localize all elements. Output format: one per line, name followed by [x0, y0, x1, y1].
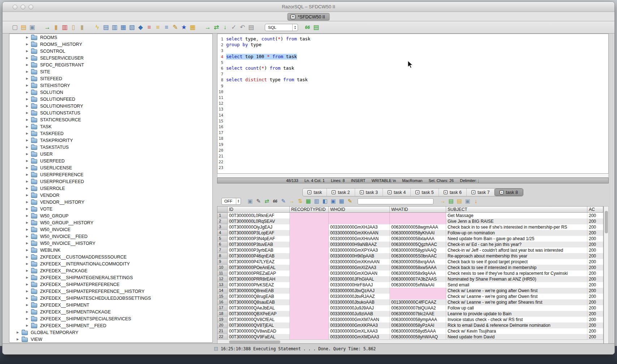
cell-whoid[interactable]: [329, 218, 390, 224]
table-row[interactable]: 600T3000000P3tuvEAB0033000000H9aNBAAZ006…: [217, 242, 603, 247]
tab-close-icon[interactable]: ×: [500, 190, 504, 194]
cell-ac[interactable]: 200: [587, 282, 603, 288]
tree-item-taskfeed[interactable]: ▶TASKFEED: [9, 130, 212, 137]
cell-id[interactable]: 00T3000000POeAnEAL: [228, 265, 290, 270]
glasses-icon[interactable]: 66: [271, 198, 279, 205]
find-next-icon[interactable]: →: [439, 198, 447, 205]
grid-vertical-scrollbar[interactable]: [604, 206, 609, 344]
tree-item-task[interactable]: ▶TASK: [9, 123, 212, 130]
tree-item-solutionhistory[interactable]: ▶SOLUTIONHISTORY: [9, 103, 212, 109]
tree-item-solutionfeed[interactable]: ▶SOLUTIONFEED: [9, 96, 212, 103]
cell-id[interactable]: 00T3000000P3LopEAF: [228, 230, 290, 236]
expand-arrow-icon[interactable]: ▶: [25, 235, 29, 238]
cell-whoid[interactable]: 0033000000H9aNBAAZ: [329, 242, 390, 247]
cell-id[interactable]: 00T3000000P46qnEAB: [228, 253, 290, 259]
cell-ac[interactable]: 200: [587, 230, 603, 236]
cell-whatid[interactable]: 006300000058yhWAAQ: [390, 334, 446, 340]
tab-close-icon[interactable]: ×: [388, 190, 392, 194]
tree-item-userpreference[interactable]: ▶USERPREFERENCE: [9, 171, 212, 178]
cell-ac[interactable]: 200: [587, 218, 603, 224]
check-syntax-icon[interactable]: ✓: [229, 23, 238, 31]
tree-item-zkfedex__shipmatepreference[interactable]: ▶ZKFEDEX__SHIPMATEPREFERENCE: [9, 281, 212, 288]
cell-recordtypeid[interactable]: [290, 311, 329, 317]
cell-ac[interactable]: 200: [587, 242, 603, 247]
execute-arrow-icon[interactable]: →: [203, 23, 212, 31]
cell-whatid[interactable]: 006300000058ypVAAQ: [390, 247, 446, 253]
cell-recordtypeid[interactable]: [290, 305, 329, 311]
tab-close-icon[interactable]: ×: [415, 190, 419, 194]
table-row[interactable]: 1600T3000000Q8sauEAB0033000000JbukoAAB00…: [217, 299, 603, 305]
cell-recordtypeid[interactable]: [290, 270, 329, 276]
database-icon[interactable]: ▮: [78, 23, 86, 31]
sql-editor[interactable]: 1select type, count(*) from task2group b…: [217, 34, 609, 174]
expand-arrow-icon[interactable]: ▶: [25, 200, 29, 204]
tab-close-icon[interactable]: ×: [444, 190, 448, 194]
cell-whatid[interactable]: 00630000005xfWaAAI: [390, 282, 446, 288]
expand-arrow-icon[interactable]: ▶: [25, 98, 29, 101]
cell-whatid[interactable]: 00630000007blQUAA2: [390, 305, 446, 311]
document-tab-sfdcw50[interactable]: × *SFDCW50 II: [287, 13, 329, 21]
new-document-icon[interactable]: ▢: [10, 23, 19, 31]
cell-whoid[interactable]: 0033000000GmXLXAA3: [329, 328, 390, 334]
column-header-whoid[interactable]: WHOID: [329, 207, 390, 212]
cell-ac[interactable]: 200: [587, 259, 603, 265]
tree-item-userrole[interactable]: ▶USERROLE: [9, 185, 212, 192]
expand-arrow-icon[interactable]: ▶: [25, 77, 29, 80]
editor-line-23[interactable]: 23: [217, 165, 608, 170]
copy-rows-icon[interactable]: ▣: [329, 198, 337, 205]
tree-item-solutionstatus[interactable]: ▶SOLUTIONSTATUS: [9, 109, 212, 116]
results-tab-task-2[interactable]: ×task 2: [327, 188, 355, 196]
tree-item-global-temporary[interactable]: ▶GLOBAL TEMPORARY: [9, 329, 212, 336]
cell-id[interactable]: 00T3000000QBXPeEAP: [228, 311, 290, 317]
cell-subject[interactable]: Give Jenn a BIG RAISE: [446, 218, 587, 224]
cell-whoid[interactable]: 0033000000GmXKPAA3: [329, 322, 390, 328]
cell-id[interactable]: 00T3000000Q8rugEAB: [228, 294, 290, 299]
editor-line-22[interactable]: 22: [217, 159, 608, 165]
execute-all-icon[interactable]: ⇄: [212, 23, 221, 31]
tree-item-rooms[interactable]: ▶ROOMS: [9, 34, 212, 41]
cell-whoid[interactable]: 0033000000Ju9zlAAB: [329, 311, 390, 317]
tree-item-zkfedex__shipmategeneralsettings[interactable]: ▶ZKFEDEX__SHIPMATEGENERALSETTINGS: [9, 274, 212, 281]
refresh-results-icon[interactable]: ⇄: [263, 198, 271, 205]
limit-stepper-icon[interactable]: ▲▼: [236, 198, 241, 204]
cell-ac[interactable]: 200: [587, 224, 603, 230]
cell-subject[interactable]: Need update from David: [446, 334, 587, 340]
cell-whoid[interactable]: 0033000000GmXIZAA3: [329, 265, 390, 270]
expand-arrow-icon[interactable]: ▶: [25, 324, 29, 327]
expand-arrow-icon[interactable]: ▶: [25, 228, 29, 231]
tree-item-zkfedex__shipmentpackage[interactable]: ▶ZKFEDEX__SHIPMENTPACKAGE: [9, 308, 212, 315]
cell-subject[interactable]: Check back in to see if she's interested…: [446, 224, 587, 230]
expand-arrow-icon[interactable]: ▶: [25, 104, 29, 108]
cell-id[interactable]: 00T3000000OiyJgEAJ: [228, 224, 290, 230]
cell-id[interactable]: 00T3000000P3N4pEAF: [228, 236, 290, 242]
tree-item-taskpriority[interactable]: ▶TASKPRIORITY: [9, 137, 212, 144]
cell-recordtypeid[interactable]: [290, 218, 329, 224]
editor-line-11[interactable]: 11: [217, 95, 608, 100]
cell-subject[interactable]: Check-in w/ Ed - can he join this year?: [446, 242, 587, 247]
editor-line-15[interactable]: 15: [217, 118, 608, 124]
tree-item-selfserviceuser[interactable]: ▶SELFSERVICEUSER: [9, 55, 212, 61]
editor-line-16[interactable]: 16: [217, 124, 608, 130]
tree-item-zkfedex__customaddresssource[interactable]: ▶ZKFEDEX__CUSTOMADDRESSSOURCE: [9, 254, 212, 260]
results-tab-task-6[interactable]: ×task 6: [439, 188, 467, 196]
table-row[interactable]: 1500T3000000Q8rugEAB0033000000JbvRJAAZCh…: [217, 294, 603, 299]
editor-line-17[interactable]: 17: [217, 130, 608, 135]
columns-icon[interactable]: ▥: [312, 198, 321, 205]
cell-recordtypeid[interactable]: [290, 265, 329, 270]
expand-arrow-icon[interactable]: ▶: [25, 276, 29, 279]
cell-whoid[interactable]: 0033000000HirF8AAJ: [329, 282, 390, 288]
expand-arrow-icon[interactable]: ▶: [25, 139, 29, 142]
table-row[interactable]: 200T3000000L0RqSEAVGive Jenn a BIG RAISE…: [217, 218, 603, 224]
column-header-ac[interactable]: AC: [587, 207, 603, 212]
copy-grid-icon[interactable]: ▤: [455, 198, 463, 205]
tree-item-userlicense[interactable]: ▶USERLICENSE: [9, 164, 212, 171]
grid-vscroll-thumb[interactable]: [605, 211, 608, 233]
tree-item-w50_group[interactable]: ▶W50_GROUP: [9, 212, 212, 219]
table-row[interactable]: 1400T3000000Q8rexEAB0033000000JbvQzAAJCh…: [217, 288, 603, 294]
cell-whatid[interactable]: 00630000007A3bZAAS: [390, 276, 446, 282]
tree-item-vendor[interactable]: ▶VENDOR: [9, 192, 212, 199]
cell-whoid[interactable]: 0033000000GmXM7AAN: [329, 317, 390, 322]
cell-whatid[interactable]: 006300000058xw5AAA: [390, 265, 446, 270]
open-file-icon[interactable]: ▤: [19, 23, 28, 31]
cell-recordtypeid[interactable]: [290, 242, 329, 247]
